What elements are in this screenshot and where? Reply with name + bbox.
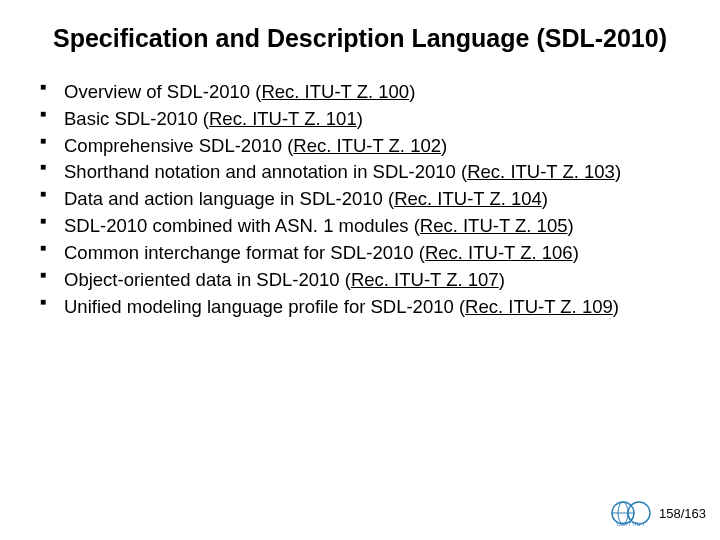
list-item: Comprehensive SDL-2010 (Rec. ITU-T Z. 10… <box>38 133 680 160</box>
item-ref-link[interactable]: Rec. ITU-T Z. 103 <box>467 161 615 182</box>
item-text: SDL-2010 combined with ASN. 1 modules ( <box>64 215 420 236</box>
item-text: Overview of SDL-2010 ( <box>64 81 261 102</box>
item-ref-link[interactable]: Rec. ITU-T Z. 102 <box>293 135 441 156</box>
item-ref-link[interactable]: Rec. ITU-T Z. 107 <box>351 269 499 290</box>
item-text: Common interchange format for SDL-2010 ( <box>64 242 425 263</box>
slide-title: Specification and Description Language (… <box>0 0 720 61</box>
item-text: Basic SDL-2010 ( <box>64 108 209 129</box>
list-item: Unified modeling language profile for SD… <box>38 294 680 321</box>
item-tail: ) <box>615 161 621 182</box>
item-ref-link[interactable]: Rec. ITU-T Z. 104 <box>394 188 542 209</box>
list-item: SDL-2010 combined with ASN. 1 modules (R… <box>38 213 680 240</box>
item-text: Object-oriented data in SDL-2010 ( <box>64 269 351 290</box>
item-ref-link[interactable]: Rec. ITU-T Z. 105 <box>420 215 568 236</box>
svg-text:CCITT ITU-T: CCITT ITU-T <box>617 521 646 527</box>
list-item: Common interchange format for SDL-2010 (… <box>38 240 680 267</box>
page-total: 163 <box>684 506 706 521</box>
list-item: Basic SDL-2010 (Rec. ITU-T Z. 101) <box>38 106 680 133</box>
item-ref-link[interactable]: Rec. ITU-T Z. 100 <box>261 81 409 102</box>
page-current: 158 <box>659 506 681 521</box>
list-item: Data and action language in SDL-2010 (Re… <box>38 186 680 213</box>
item-tail: ) <box>409 81 415 102</box>
item-text: Comprehensive SDL-2010 ( <box>64 135 293 156</box>
item-tail: ) <box>613 296 619 317</box>
item-ref-link[interactable]: Rec. ITU-T Z. 109 <box>465 296 613 317</box>
bullet-list: Overview of SDL-2010 (Rec. ITU-T Z. 100)… <box>38 79 680 320</box>
list-item: Object-oriented data in SDL-2010 (Rec. I… <box>38 267 680 294</box>
item-text: Shorthand notation and annotation in SDL… <box>64 161 467 182</box>
slide-footer: CCITT ITU-T 158/163 <box>609 498 706 528</box>
itu-logo-icon: CCITT ITU-T <box>609 498 653 528</box>
item-tail: ) <box>568 215 574 236</box>
item-text: Unified modeling language profile for SD… <box>64 296 465 317</box>
slide-body: Overview of SDL-2010 (Rec. ITU-T Z. 100)… <box>0 61 720 320</box>
item-tail: ) <box>357 108 363 129</box>
list-item: Shorthand notation and annotation in SDL… <box>38 159 680 186</box>
item-tail: ) <box>542 188 548 209</box>
item-tail: ) <box>499 269 505 290</box>
item-text: Data and action language in SDL-2010 ( <box>64 188 394 209</box>
item-ref-link[interactable]: Rec. ITU-T Z. 106 <box>425 242 573 263</box>
list-item: Overview of SDL-2010 (Rec. ITU-T Z. 100) <box>38 79 680 106</box>
item-tail: ) <box>441 135 447 156</box>
page-number: 158/163 <box>659 506 706 521</box>
item-tail: ) <box>573 242 579 263</box>
item-ref-link[interactable]: Rec. ITU-T Z. 101 <box>209 108 357 129</box>
